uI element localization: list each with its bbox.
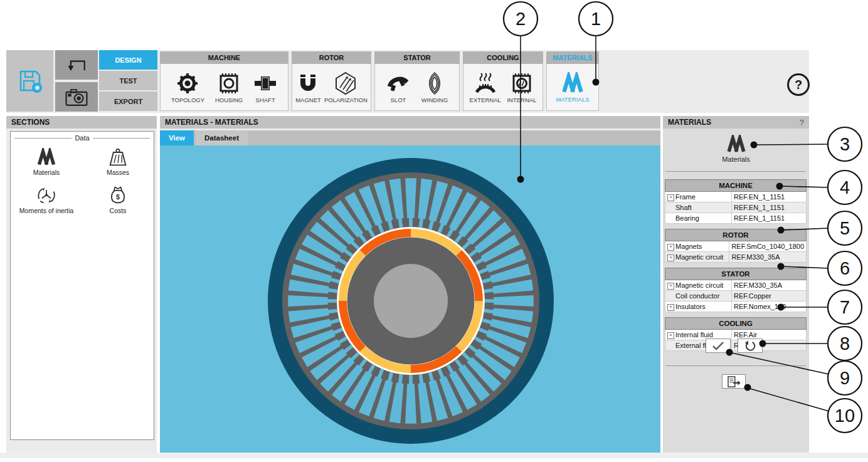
ribbon-item-housing[interactable]: HOUSING [215, 71, 243, 103]
ribbon-group-stator: STATOR SLOT WINDING [374, 51, 460, 112]
apply-button[interactable] [706, 339, 731, 353]
group-title-rotor: ROTOR [292, 51, 371, 64]
group-title-stator: STATOR [374, 51, 460, 64]
sections-item-moments-of-inertia[interactable]: Moments of inertia [11, 185, 82, 214]
callout-number: 3 [840, 134, 850, 154]
table-row: +InsulatorsREF.Nomex_130 [665, 302, 807, 312]
sections-item-label: Masses [107, 169, 129, 176]
ribbon-item-materials[interactable]: MATERIALS [556, 72, 589, 103]
tab-test[interactable]: TEST [99, 71, 157, 90]
sections-item-label: Costs [110, 207, 127, 214]
ribbon-item-shaft[interactable]: SHAFT [253, 71, 277, 103]
expand-icon[interactable]: + [667, 244, 674, 251]
ribbon-item-label: POLARIZATION [324, 97, 368, 103]
materials-summary: Materials [663, 135, 809, 163]
row-label-cell: +Magnets [665, 241, 729, 252]
right-panel-title: MATERIALS [668, 118, 711, 127]
row-label-cell: Shaft [665, 202, 732, 213]
callout-circle [504, 2, 537, 36]
table-row: +MagnetsREF.SmCo_1040_1800 [665, 241, 807, 252]
costs-icon: $ [107, 185, 129, 205]
callout-number: 10 [835, 406, 855, 426]
svg-text:$: $ [116, 193, 120, 201]
ribbon-item-label: WINDING [421, 97, 448, 103]
restore-button[interactable] [738, 339, 763, 353]
status-strip [0, 453, 868, 458]
ribbon-item-external[interactable]: EXTERNAL [470, 71, 501, 103]
callout-number: 2 [516, 9, 526, 29]
callout-circle [828, 171, 862, 204]
material-value-cell[interactable]: REF.EN_1_1151 [732, 192, 807, 202]
ribbon-item-label: INTERNAL [507, 97, 536, 103]
tab-view[interactable]: View [160, 130, 194, 145]
housing-icon [217, 71, 241, 95]
undo-icon [744, 340, 756, 352]
shaft-icon [253, 71, 277, 95]
ribbon-item-slot[interactable]: SLOT [386, 71, 410, 103]
materials-icon [560, 72, 585, 95]
table-row: +Magnetic circuitREF.M330_35A [665, 280, 807, 291]
ribbon-group-rotor: ROTOR MAGNET POLARIZA [292, 51, 371, 112]
sections-item-costs[interactable]: $ Costs [82, 185, 154, 214]
expand-icon[interactable]: + [667, 194, 674, 201]
material-value-cell[interactable]: REF.Nomex_130 [732, 302, 807, 312]
save-button[interactable]: ✳ [6, 50, 53, 112]
export-document-icon [726, 376, 741, 387]
slot-icon [386, 71, 410, 95]
export-button[interactable] [722, 374, 746, 389]
table-row: +Internal fluidREF.Air [665, 330, 807, 340]
callout-circle [828, 327, 862, 360]
external-cooling-icon [474, 71, 497, 95]
materials-properties-panel: MATERIALS ? Materials MACHINE+FrameREF.E… [663, 116, 809, 453]
callout-circle [579, 2, 613, 36]
material-value-cell[interactable]: REF.M330_35A [732, 280, 807, 291]
material-value-cell[interactable]: REF.SmCo_1040_1800 [729, 241, 807, 252]
group-title-materials: MATERIALS [546, 51, 599, 64]
row-label-cell: +Magnetic circuit [665, 252, 729, 263]
back-button[interactable] [55, 50, 98, 80]
material-value-cell[interactable]: REF.Copper [732, 291, 807, 302]
sections-panel: SECTIONS Data Materials Masses [6, 116, 157, 453]
ribbon-toolbar: ✳ DESIGN TEST EXPORT MACHINE [6, 50, 809, 113]
ribbon-item-label: SLOT [391, 97, 406, 103]
panel-help-icon[interactable]: ? [800, 118, 804, 127]
help-icon: ? [795, 78, 802, 92]
row-label-cell: Coil conductor [665, 291, 732, 302]
callout-number: 9 [840, 368, 850, 388]
material-value-cell[interactable]: REF.M330_35A [729, 252, 807, 263]
sections-item-materials[interactable]: Materials [11, 148, 82, 176]
tab-design[interactable]: DESIGN [99, 50, 157, 70]
material-value-cell[interactable]: REF.EN_1_1151 [732, 202, 807, 213]
help-button[interactable]: ? [787, 73, 810, 96]
material-value-cell[interactable]: REF.EN_1_1151 [732, 213, 807, 224]
ribbon-item-label: TOPOLOGY [171, 97, 204, 103]
ribbon-item-magnet[interactable]: MAGNET [295, 71, 321, 103]
camera-icon [63, 87, 90, 108]
callout-number: 5 [840, 218, 850, 238]
sections-item-label: Materials [33, 169, 60, 176]
materials-tables: MACHINE+FrameREF.EN_1_1151ShaftREF.EN_1_… [665, 179, 807, 356]
materials-table-rotor: ROTOR+MagnetsREF.SmCo_1040_1800+Magnetic… [665, 229, 807, 263]
row-label-cell: +Magnetic circuit [665, 280, 732, 291]
ribbon-item-label: MATERIALS [556, 96, 589, 103]
tab-export[interactable]: EXPORT [99, 92, 157, 111]
expand-icon[interactable]: + [667, 304, 674, 311]
group-title-machine: MACHINE [160, 51, 288, 64]
tab-datasheet[interactable]: Datasheet [196, 130, 248, 145]
snapshot-button[interactable] [55, 82, 98, 112]
ribbon-item-internal[interactable]: INTERNAL [507, 71, 536, 103]
ribbon-item-topology[interactable]: TOPOLOGY [171, 71, 204, 103]
expand-icon[interactable]: + [667, 283, 674, 290]
expand-icon[interactable]: + [667, 332, 674, 339]
ribbon-item-polarization[interactable]: POLARIZATION [324, 71, 368, 103]
ribbon-group-cooling: COOLING EXTERNAL [463, 51, 543, 112]
sections-item-masses[interactable]: Masses [82, 148, 154, 176]
ribbon-item-winding[interactable]: WINDING [421, 71, 448, 103]
table-row: External fluidREF.Air [665, 340, 807, 351]
data-group-label: Data [71, 134, 92, 142]
expand-icon[interactable]: + [667, 255, 674, 261]
callout-circle [828, 399, 862, 433]
motor-view-canvas [160, 145, 660, 453]
materials-table-stator: STATOR+Magnetic circuitREF.M330_35ACoil … [665, 268, 807, 312]
callout-circle [828, 251, 862, 285]
